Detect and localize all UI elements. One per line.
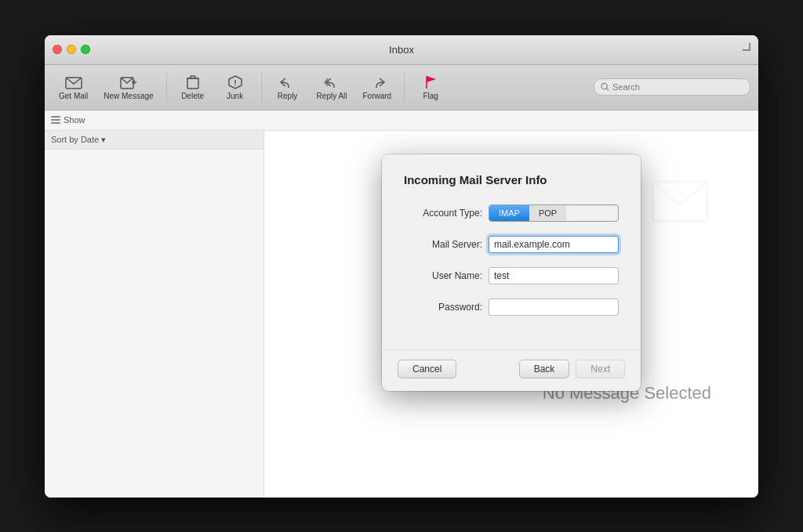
- sort-label: Sort by Date ▾: [51, 135, 106, 145]
- flag-icon: [421, 74, 440, 90]
- junk-label: Junk: [227, 92, 243, 100]
- forward-icon: [368, 74, 387, 90]
- flag-label: Flag: [423, 92, 438, 100]
- get-mail-label: Get Mail: [59, 92, 88, 100]
- user-name-label: User Name:: [404, 270, 482, 281]
- toolbar-separator-3: [404, 71, 405, 103]
- delete-icon: [183, 74, 202, 90]
- maximize-button[interactable]: [81, 45, 90, 54]
- right-panel: No Message Selected Incoming Mail Server…: [264, 131, 758, 498]
- search-input[interactable]: [612, 82, 743, 92]
- close-button[interactable]: [53, 45, 62, 54]
- mail-server-label: Mail Server:: [404, 239, 482, 250]
- delete-button[interactable]: Delete: [173, 71, 213, 103]
- search-icon: [601, 82, 609, 92]
- delete-label: Delete: [181, 92, 204, 100]
- show-icon: [51, 116, 60, 124]
- mail-server-row: Mail Server:: [404, 233, 619, 255]
- account-type-row: Account Type: IMAP POP: [404, 202, 619, 224]
- password-row: Password:: [404, 296, 619, 318]
- reply-all-icon: [322, 74, 341, 90]
- reply-label: Reply: [278, 92, 298, 100]
- account-type-label: Account Type:: [404, 208, 482, 219]
- resize-icon: [741, 42, 752, 52]
- password-field: [489, 299, 619, 316]
- search-box[interactable]: [594, 78, 750, 96]
- toolbar-separator-1: [166, 71, 167, 103]
- sort-bar[interactable]: Sort by Date ▾: [45, 131, 263, 150]
- imap-option[interactable]: IMAP: [489, 205, 529, 221]
- new-message-button[interactable]: New Message: [97, 71, 159, 103]
- minimize-button[interactable]: [67, 45, 76, 54]
- junk-button[interactable]: Junk: [216, 71, 255, 103]
- get-mail-icon: [64, 74, 83, 90]
- modal-title: Incoming Mail Server Info: [404, 173, 619, 186]
- sidebar: Sort by Date ▾: [45, 131, 264, 498]
- toolbar: Get Mail New Message: [45, 65, 758, 110]
- user-name-row: User Name:: [404, 265, 619, 287]
- account-type-segmented[interactable]: IMAP POP: [489, 204, 619, 222]
- mail-server-field: [489, 236, 619, 253]
- show-bar: Show: [45, 110, 758, 131]
- svg-point-14: [601, 83, 607, 89]
- reply-button[interactable]: Reply: [268, 71, 307, 103]
- svg-rect-18: [51, 122, 60, 124]
- svg-rect-4: [187, 78, 198, 89]
- forward-button[interactable]: Forward: [357, 71, 398, 103]
- pop-option[interactable]: POP: [529, 205, 566, 221]
- password-input[interactable]: [489, 299, 619, 316]
- password-label: Password:: [404, 302, 482, 313]
- modal-dialog: Incoming Mail Server Info Account Type: …: [382, 154, 641, 391]
- show-button[interactable]: Show: [51, 115, 85, 125]
- back-button[interactable]: Back: [519, 360, 570, 378]
- reply-all-label: Reply All: [317, 92, 347, 100]
- svg-point-11: [234, 85, 236, 86]
- new-message-icon: [119, 74, 138, 90]
- toolbar-separator-2: [261, 71, 262, 103]
- forward-label: Forward: [363, 92, 392, 100]
- reply-icon: [278, 74, 297, 90]
- get-mail-button[interactable]: Get Mail: [53, 71, 94, 103]
- window-title: Inbox: [389, 44, 414, 56]
- main-content: Sort by Date ▾ No Message Selected Incom…: [45, 131, 758, 498]
- modal-overlay: Incoming Mail Server Info Account Type: …: [264, 131, 758, 498]
- user-name-field: [489, 267, 619, 284]
- svg-rect-16: [51, 116, 60, 118]
- show-label: Show: [64, 115, 85, 125]
- cancel-button[interactable]: Cancel: [398, 360, 456, 378]
- modal-footer: Cancel Back Next: [382, 349, 641, 391]
- new-message-label: New Message: [104, 92, 153, 100]
- mac-window: Inbox Get Mail: [45, 35, 758, 498]
- title-bar: Inbox: [45, 35, 758, 65]
- svg-line-15: [607, 89, 609, 91]
- junk-icon: [226, 74, 245, 90]
- svg-rect-17: [51, 119, 60, 121]
- modal-content: Incoming Mail Server Info Account Type: …: [382, 154, 641, 343]
- flag-button[interactable]: Flag: [411, 71, 450, 103]
- mail-server-input[interactable]: [489, 236, 619, 253]
- traffic-lights: [53, 45, 90, 54]
- nav-buttons: Back Next: [519, 360, 625, 378]
- reply-all-button[interactable]: Reply All: [311, 71, 354, 103]
- next-button[interactable]: Next: [576, 360, 625, 378]
- user-name-input[interactable]: [489, 267, 619, 284]
- svg-marker-13: [427, 76, 436, 82]
- account-type-field: IMAP POP: [489, 204, 619, 222]
